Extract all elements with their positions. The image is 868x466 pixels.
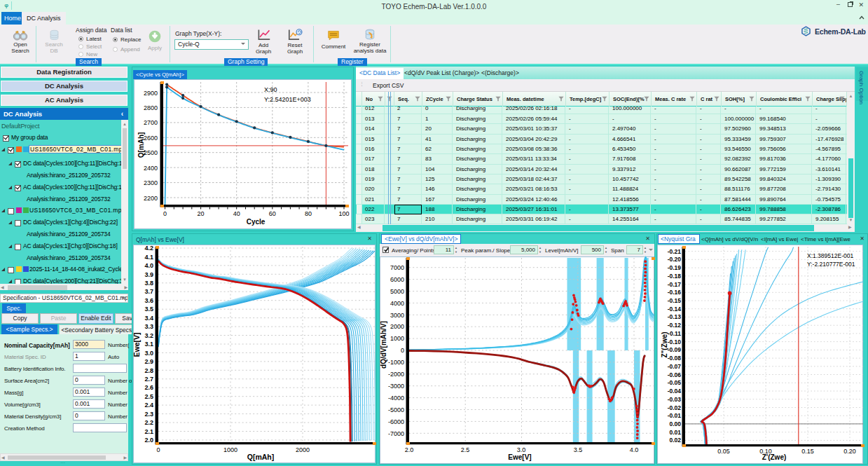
svg-text:4.0: 4.0 bbox=[144, 262, 153, 269]
svg-text:2.6: 2.6 bbox=[144, 384, 153, 391]
svg-text:3.2: 3.2 bbox=[144, 332, 153, 339]
svg-text:Q[mAh]: Q[mAh] bbox=[137, 132, 145, 158]
svg-text:0.02: 0.02 bbox=[669, 437, 681, 444]
svg-text:3.7: 3.7 bbox=[144, 288, 153, 295]
svg-text:4.0: 4.0 bbox=[630, 446, 639, 453]
svg-text:-1000: -1000 bbox=[388, 359, 404, 366]
svg-text:-0.21: -0.21 bbox=[668, 248, 682, 255]
svg-text:80: 80 bbox=[305, 210, 312, 217]
svg-text:2200: 2200 bbox=[144, 195, 158, 202]
svg-text:6000: 6000 bbox=[390, 276, 404, 283]
svg-text:4.1: 4.1 bbox=[144, 254, 153, 261]
svg-text:-3000: -3000 bbox=[388, 383, 404, 390]
svg-text:2900: 2900 bbox=[144, 90, 158, 97]
svg-text:3.5: 3.5 bbox=[144, 306, 153, 313]
svg-text:-0.06: -0.06 bbox=[668, 371, 682, 378]
svg-text:3.1: 3.1 bbox=[144, 341, 153, 348]
svg-text:0: 0 bbox=[163, 210, 167, 217]
svg-text:Q[mAh]: Q[mAh] bbox=[247, 453, 275, 461]
svg-text:0.05: 0.05 bbox=[717, 448, 730, 455]
svg-text:4.2: 4.2 bbox=[144, 245, 153, 252]
svg-text:Cycle: Cycle bbox=[247, 218, 266, 226]
svg-text:2.0: 2.0 bbox=[405, 446, 414, 453]
svg-text:20: 20 bbox=[198, 210, 205, 217]
svg-text:-0.05: -0.05 bbox=[668, 379, 682, 386]
svg-text:2.3: 2.3 bbox=[144, 411, 153, 418]
svg-text:Y:2.54201E+003: Y:2.54201E+003 bbox=[264, 96, 311, 103]
svg-text:2.2: 2.2 bbox=[144, 419, 153, 426]
svg-text:2300: 2300 bbox=[144, 179, 158, 186]
svg-text:-0.04: -0.04 bbox=[668, 388, 682, 395]
svg-text:-2000: -2000 bbox=[388, 371, 404, 378]
svg-text:3.5: 3.5 bbox=[574, 446, 583, 453]
svg-text:0.15: 0.15 bbox=[801, 448, 814, 455]
svg-text:-0.09: -0.09 bbox=[668, 346, 682, 353]
svg-text:2500: 2500 bbox=[144, 149, 158, 156]
svg-text:3.0: 3.0 bbox=[517, 446, 526, 453]
svg-text:2.4: 2.4 bbox=[144, 402, 153, 409]
svg-text:2.9: 2.9 bbox=[144, 358, 153, 365]
svg-text:dQ/dV[mAh/V]: dQ/dV[mAh/V] bbox=[380, 321, 387, 369]
svg-text:2.1: 2.1 bbox=[144, 428, 153, 435]
svg-text:-5000: -5000 bbox=[388, 406, 404, 413]
svg-text:0.00: 0.00 bbox=[669, 420, 681, 427]
svg-text:-0.10: -0.10 bbox=[668, 338, 682, 345]
svg-text:X:1.389512E-001: X:1.389512E-001 bbox=[807, 252, 853, 259]
svg-text:-0.02: -0.02 bbox=[668, 404, 682, 411]
svg-text:-0.11: -0.11 bbox=[668, 330, 681, 337]
svg-text:-0.19: -0.19 bbox=[668, 264, 682, 271]
svg-text:3.4: 3.4 bbox=[144, 315, 153, 322]
svg-text:-0.14: -0.14 bbox=[668, 306, 682, 313]
svg-text:2.5: 2.5 bbox=[461, 446, 470, 453]
svg-text:2600: 2600 bbox=[144, 135, 158, 142]
svg-text:2.7: 2.7 bbox=[144, 376, 153, 383]
svg-text:Y:-2.210777E-001: Y:-2.210777E-001 bbox=[807, 261, 855, 268]
svg-text:2000: 2000 bbox=[390, 323, 404, 330]
svg-text:-0.16: -0.16 bbox=[668, 289, 682, 296]
svg-text:0: 0 bbox=[401, 347, 404, 354]
svg-text:0: 0 bbox=[156, 446, 160, 453]
svg-text:-4000: -4000 bbox=[388, 395, 404, 402]
svg-text:2.5: 2.5 bbox=[144, 393, 153, 400]
svg-text:-0.08: -0.08 bbox=[668, 355, 682, 362]
svg-text:2.8: 2.8 bbox=[144, 367, 153, 374]
svg-text:X:90: X:90 bbox=[264, 86, 277, 93]
svg-text:3000: 3000 bbox=[390, 312, 404, 319]
svg-text:2400: 2400 bbox=[144, 165, 158, 172]
svg-text:1000: 1000 bbox=[390, 335, 404, 342]
svg-text:2700: 2700 bbox=[144, 119, 158, 126]
svg-text:2000: 2000 bbox=[296, 446, 310, 453]
svg-text:Ewe[V]: Ewe[V] bbox=[508, 453, 531, 461]
svg-text:-0.03: -0.03 bbox=[668, 396, 682, 403]
svg-text:3.8: 3.8 bbox=[144, 280, 153, 287]
svg-text:3.6: 3.6 bbox=[144, 297, 153, 304]
svg-text:4000: 4000 bbox=[390, 300, 404, 307]
svg-text:Z"(Zwe): Z"(Zwe) bbox=[661, 332, 668, 358]
svg-text:0.01: 0.01 bbox=[669, 429, 681, 436]
svg-text:3.0: 3.0 bbox=[144, 350, 153, 357]
svg-text:Z'(Zwe): Z'(Zwe) bbox=[762, 453, 787, 461]
svg-text:3.3: 3.3 bbox=[144, 323, 153, 330]
svg-text:40: 40 bbox=[233, 210, 240, 217]
svg-text:-0.17: -0.17 bbox=[668, 281, 682, 288]
svg-text:5000: 5000 bbox=[390, 288, 404, 295]
svg-text:100: 100 bbox=[338, 210, 349, 217]
svg-text:60: 60 bbox=[269, 210, 276, 217]
svg-text:2800: 2800 bbox=[144, 104, 158, 111]
svg-text:-7000: -7000 bbox=[388, 430, 404, 437]
svg-text:-0.13: -0.13 bbox=[668, 313, 682, 320]
svg-text:1000: 1000 bbox=[223, 446, 237, 453]
svg-text:7000: 7000 bbox=[390, 264, 404, 271]
svg-text:-0.12: -0.12 bbox=[668, 322, 682, 329]
svg-text:-0.20: -0.20 bbox=[668, 256, 682, 263]
svg-text:-6000: -6000 bbox=[388, 418, 404, 425]
svg-text:3.9: 3.9 bbox=[144, 271, 153, 278]
svg-text:-0.01: -0.01 bbox=[668, 412, 682, 419]
svg-text:-0.18: -0.18 bbox=[668, 273, 682, 280]
svg-text:0.20: 0.20 bbox=[843, 448, 856, 455]
svg-text:2.0: 2.0 bbox=[144, 437, 153, 444]
svg-text:-0.07: -0.07 bbox=[668, 363, 682, 370]
svg-text:-0.15: -0.15 bbox=[668, 297, 682, 304]
svg-text:Ewe[V]: Ewe[V] bbox=[132, 332, 141, 357]
